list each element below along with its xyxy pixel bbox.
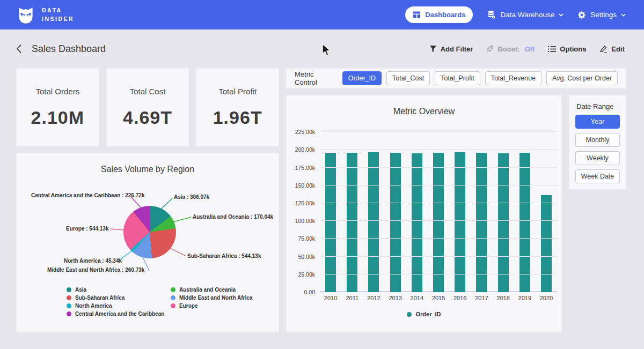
legend-item[interactable]: Central America and the Caribbean [67, 310, 164, 318]
edit-pencil-icon [599, 45, 608, 53]
add-filter-button[interactable]: Add Filter [429, 45, 473, 53]
back-button[interactable] [16, 44, 22, 54]
bars-area [320, 125, 557, 292]
legend-item[interactable]: Asia [67, 286, 164, 294]
legend-item[interactable]: Order_ID [407, 311, 441, 317]
pie-legend-column-2: Australia and OceaniaMiddle East and Nor… [171, 286, 252, 310]
gridline [320, 203, 557, 203]
metric-button[interactable]: Total_Cost [386, 71, 430, 85]
legend-item[interactable]: Middle East and North Africa [171, 294, 252, 302]
bar[interactable] [347, 153, 357, 292]
settings-menu[interactable]: Settings [577, 11, 626, 19]
x-axis-labels: 2010201120122013201420152016201720182019… [320, 295, 557, 301]
x-tick-label: 2012 [363, 295, 384, 301]
bar[interactable] [390, 153, 401, 292]
options-list-icon [548, 46, 556, 53]
pie-chart-title: Sales Volume by Region [17, 153, 279, 174]
bar[interactable] [476, 153, 487, 292]
metric-buttons: Order_IDTotal_CostTotal_ProfitTotal_Reve… [342, 71, 618, 85]
dashboards-label: Dashboards [425, 11, 465, 19]
bar[interactable] [412, 153, 422, 292]
navbar-menu: Dashboards Data Warehouse [405, 6, 626, 23]
data-warehouse-label: Data Warehouse [500, 11, 554, 19]
pie-chart[interactable] [123, 206, 176, 258]
bar[interactable] [325, 153, 336, 292]
bar-chart-title: Metric Overview [287, 95, 561, 116]
gridline [320, 167, 557, 168]
bar[interactable] [519, 153, 530, 292]
legend-dot [67, 303, 71, 308]
gridline [320, 220, 557, 221]
bar-slot [428, 125, 449, 292]
bar-slot [449, 125, 471, 292]
pie-leader-line [173, 217, 191, 222]
bar-slot [406, 125, 428, 292]
gear-icon [577, 11, 586, 19]
mouse-cursor [321, 43, 333, 56]
bar[interactable] [498, 153, 509, 292]
bar[interactable] [541, 195, 552, 292]
bar-legend: Order_ID [287, 311, 561, 317]
edit-button[interactable]: Edit [599, 45, 625, 53]
options-button[interactable]: Options [548, 45, 586, 53]
bar[interactable] [455, 152, 465, 292]
date-range-button[interactable]: Monthly [575, 133, 620, 147]
kpi-row: Total Orders 2.10M Total Cost 4.69T Tota… [16, 68, 279, 146]
date-range-button[interactable]: Year [575, 115, 620, 129]
chevron-down-icon [621, 13, 626, 17]
pie-leader-line [131, 197, 141, 208]
legend-label: Australia and Oceania [179, 287, 236, 293]
y-tick-label: 75.00k [298, 235, 315, 242]
settings-label: Settings [590, 11, 617, 19]
x-tick-label: 2011 [341, 295, 363, 301]
gridline [320, 274, 557, 274]
bar-slot [320, 125, 341, 292]
pie-slice-label: North America : 45.34k [64, 258, 122, 264]
boost-toggle[interactable]: Boost: Off [486, 45, 535, 53]
page: DATA INSIDER Dashboards [0, 0, 644, 349]
legend-dot [171, 295, 175, 300]
date-range-button[interactable]: Week Date [575, 169, 620, 183]
gridline [320, 238, 557, 239]
pie-leader-line [161, 198, 172, 209]
bar-slot [363, 125, 384, 292]
x-tick-label: 2015 [428, 295, 449, 301]
date-range-panel: Date Range YearMonthlyWeeklyWeek Date [569, 95, 626, 189]
kpi-label: Total Cost [130, 87, 166, 96]
gridline [320, 149, 557, 150]
x-tick-label: 2019 [514, 295, 536, 301]
bar[interactable] [368, 152, 379, 292]
legend-label: Asia [75, 287, 86, 293]
pie-leader-line [110, 229, 124, 230]
bar-slot [341, 125, 363, 292]
y-tick-label: 175.00k [295, 165, 315, 171]
pie-legend-column-1: AsiaSub-Saharan AfricaNorth AmericaCentr… [67, 286, 164, 318]
filter-funnel-icon [429, 45, 437, 53]
legend-item[interactable]: Sub-Saharan Africa [67, 294, 164, 302]
legend-item[interactable]: Australia and Oceania [171, 286, 252, 294]
owl-logo-icon [16, 5, 35, 25]
kpi-card-total-profit: Total Profit 1.96T [196, 68, 279, 146]
date-range-button[interactable]: Weekly [575, 151, 620, 165]
metric-button[interactable]: Avg. Cost per Order [546, 71, 618, 85]
pie-slice-label: Australia and Oceania : 170.04k [193, 214, 273, 220]
metric-button[interactable]: Order_ID [342, 71, 382, 85]
legend-item[interactable]: Europe [171, 302, 252, 310]
bar-slot [385, 125, 406, 292]
page-title: Sales Dashboard [32, 43, 106, 55]
legend-item[interactable]: North America [67, 302, 164, 310]
legend-dot [67, 295, 71, 300]
metric-button[interactable]: Total_Revenue [485, 71, 541, 85]
bar[interactable] [433, 153, 444, 292]
pie-slice-label: Central America and the Caribbean : 226.… [31, 192, 144, 198]
y-tick-label: 50.00k [298, 254, 315, 260]
bar-slot [536, 125, 557, 292]
pie-slice-label: Sub-Saharan Africa : 544.13k [187, 253, 261, 259]
header-actions: Add Filter Boost: Off [429, 45, 625, 53]
brand: DATA INSIDER [16, 5, 74, 25]
pie-slice-label: Asia : 306.07k [174, 194, 209, 200]
kpi-value: 1.96T [213, 107, 262, 128]
data-warehouse-menu[interactable]: Data Warehouse [487, 10, 564, 19]
dashboards-button[interactable]: Dashboards [405, 6, 473, 23]
metric-button[interactable]: Total_Profit [435, 71, 480, 85]
